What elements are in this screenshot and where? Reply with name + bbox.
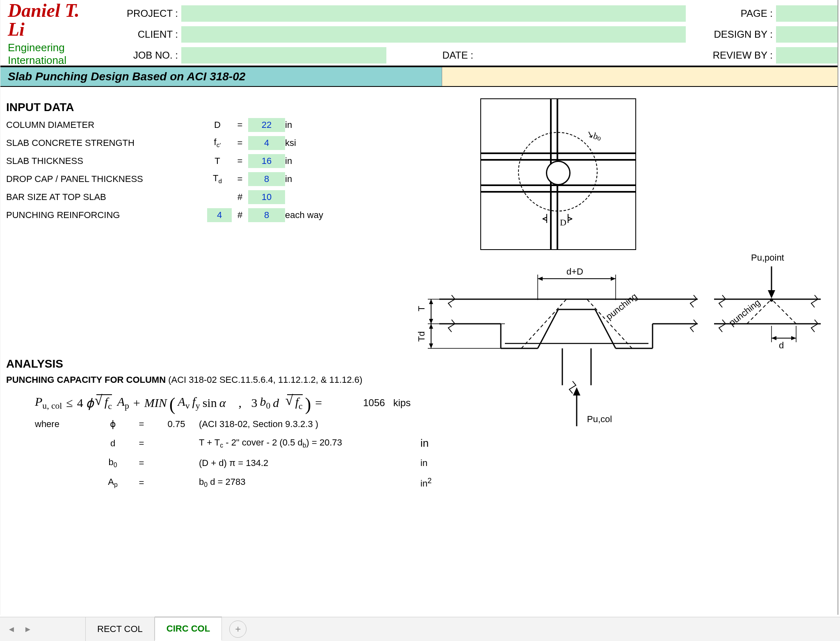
worksheet: Daniel T. Li Engineering International P… bbox=[0, 0, 838, 615]
label-jobno: JOB NO. : bbox=[91, 50, 181, 61]
diagram-plan: ↘b₀ D bbox=[480, 98, 636, 250]
svg-marker-28 bbox=[429, 319, 433, 324]
input-unit: in bbox=[285, 120, 359, 130]
where-label: where bbox=[35, 419, 96, 430]
input-prevalue[interactable]: 4 bbox=[203, 208, 232, 222]
where-sym: b0 bbox=[96, 457, 129, 469]
svg-marker-25 bbox=[611, 277, 616, 281]
input-unit: in bbox=[285, 174, 359, 184]
where-sym: Ap bbox=[96, 477, 129, 489]
add-sheet-icon[interactable]: + bbox=[229, 621, 247, 638]
input-symbol: Td bbox=[203, 173, 232, 185]
equals: = bbox=[129, 458, 154, 468]
input-unit: in bbox=[285, 156, 359, 166]
svg-marker-31 bbox=[429, 343, 433, 348]
field-page[interactable] bbox=[776, 5, 838, 22]
label-review-by: REVIEW BY : bbox=[686, 50, 776, 61]
svg-marker-27 bbox=[429, 299, 433, 304]
input-label: COLUMN DIAMETER bbox=[6, 120, 203, 130]
where-expr: (ACI 318-02, Section 9.3.2.3 ) bbox=[199, 419, 420, 430]
sheet-title: Slab Punching Design Based on ACI 318-02 bbox=[0, 67, 442, 86]
input-label: BAR SIZE AT TOP SLAB bbox=[6, 192, 203, 202]
header: Daniel T. Li Engineering International P… bbox=[0, 0, 838, 67]
svg-line-10 bbox=[538, 309, 558, 348]
label-client: CLIENT : bbox=[91, 29, 181, 40]
where-unit: in bbox=[420, 458, 453, 468]
logo-block: Daniel T. Li Engineering International bbox=[0, 0, 91, 66]
input-value[interactable]: 22 bbox=[248, 118, 285, 132]
field-project[interactable] bbox=[181, 5, 686, 22]
label-d: d bbox=[779, 340, 784, 351]
tab-circ-col[interactable]: CIRC COL bbox=[155, 617, 222, 641]
input-label: DROP CAP / PANEL THICKNESS bbox=[6, 174, 203, 184]
tabs-prev-icon[interactable]: ◄ bbox=[3, 621, 20, 637]
tabs-next-icon[interactable]: ► bbox=[20, 621, 36, 637]
where-expr: b0 d = 2783 bbox=[199, 477, 420, 489]
label-page: PAGE : bbox=[686, 8, 776, 19]
svg-line-3 bbox=[543, 219, 547, 220]
hash: # bbox=[232, 210, 248, 220]
field-client[interactable] bbox=[181, 26, 686, 43]
equals: = bbox=[129, 419, 154, 430]
label-date: DATE : bbox=[386, 50, 477, 61]
equals: = bbox=[232, 120, 248, 130]
svg-marker-36 bbox=[573, 387, 580, 396]
equals: = bbox=[129, 438, 154, 449]
svg-marker-47 bbox=[772, 336, 776, 340]
plan-dim-d bbox=[481, 99, 637, 251]
where-expr: (D + d) π = 134.2 bbox=[199, 458, 420, 468]
field-date[interactable] bbox=[477, 47, 686, 64]
field-jobno[interactable] bbox=[181, 47, 386, 64]
label-Td: Td bbox=[416, 331, 427, 342]
equals: = bbox=[232, 156, 248, 166]
label-dplusD: d+D bbox=[566, 266, 583, 277]
title-bar: Slab Punching Design Based on ACI 318-02 bbox=[0, 67, 838, 87]
label-pu-col: Pu,col bbox=[587, 414, 612, 425]
input-symbol: fc' bbox=[203, 137, 232, 149]
svg-line-19 bbox=[521, 299, 566, 348]
svg-line-2 bbox=[543, 217, 547, 219]
svg-line-40 bbox=[772, 300, 796, 324]
hash: # bbox=[232, 192, 248, 202]
svg-line-5 bbox=[568, 219, 572, 220]
where-sym: d bbox=[96, 438, 129, 449]
svg-marker-30 bbox=[429, 324, 433, 329]
tab-rect-col[interactable]: RECT COL bbox=[85, 617, 155, 641]
label-T: T bbox=[416, 306, 427, 311]
where-val: 0.75 bbox=[154, 419, 199, 430]
svg-marker-43 bbox=[768, 290, 775, 298]
input-label: SLAB CONCRETE STRENGTH bbox=[6, 138, 203, 148]
where-unit: in2 bbox=[420, 476, 453, 489]
input-label: PUNCHING REINFORCING bbox=[6, 210, 203, 220]
result-unit: kips bbox=[393, 397, 411, 408]
equals: = bbox=[232, 138, 248, 148]
label-design-by: DESIGN BY : bbox=[686, 29, 776, 40]
where-expr: T + Tc - 2" cover - 2 (0.5 db) = 20.73 bbox=[199, 437, 420, 449]
title-bar-right bbox=[442, 67, 838, 86]
label-pu-point: Pu,point bbox=[751, 252, 784, 263]
field-review-by[interactable] bbox=[776, 47, 838, 64]
svg-marker-48 bbox=[791, 336, 796, 340]
diagram-section: d+D T Td punching punching Pu,col Pu,poi… bbox=[411, 262, 825, 434]
input-value[interactable]: 8 bbox=[248, 172, 285, 186]
field-design-by[interactable] bbox=[776, 26, 838, 43]
project-info-grid: PROJECT : PAGE : CLIENT : DESIGN BY : JO… bbox=[91, 0, 838, 66]
input-value[interactable]: 10 bbox=[248, 190, 285, 204]
input-data-grid: COLUMN DIAMETER D = 22 in SLAB CONCRETE … bbox=[6, 118, 829, 222]
result-value: 1056 bbox=[363, 397, 385, 408]
input-symbol: T bbox=[203, 156, 232, 166]
input-value[interactable]: 4 bbox=[248, 136, 285, 150]
input-value[interactable]: 16 bbox=[248, 154, 285, 168]
logo-subtitle: Engineering International bbox=[8, 41, 87, 67]
input-symbol: D bbox=[203, 120, 232, 130]
equals: = bbox=[232, 174, 248, 184]
equals: = bbox=[129, 477, 154, 488]
input-value[interactable]: 8 bbox=[248, 208, 285, 222]
svg-line-4 bbox=[568, 217, 572, 219]
svg-marker-24 bbox=[538, 277, 543, 281]
sheet-tab-bar: ◄ ► RECT COL CIRC COL + bbox=[0, 617, 840, 641]
section-input-heading: INPUT DATA bbox=[6, 101, 829, 114]
input-label: SLAB THICKNESS bbox=[6, 156, 203, 166]
label-project: PROJECT : bbox=[91, 8, 181, 19]
input-unit: ksi bbox=[285, 138, 359, 148]
